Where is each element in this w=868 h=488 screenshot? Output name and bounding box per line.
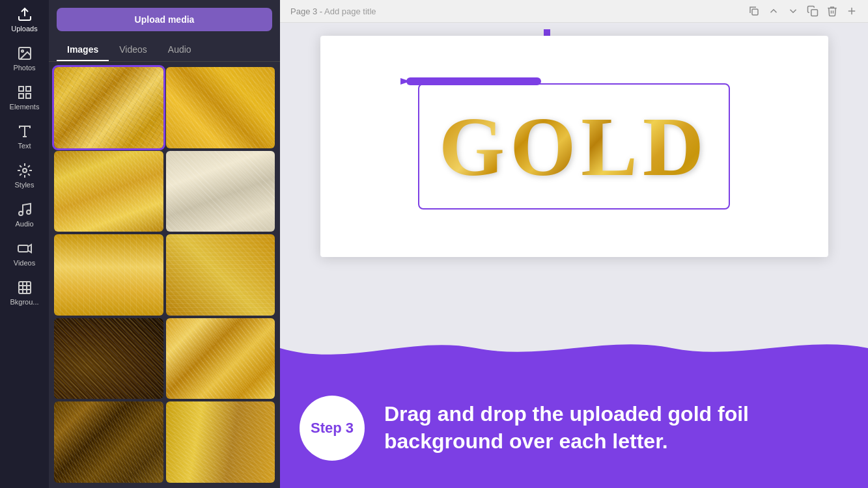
sidebar-item-elements-label: Elements	[10, 103, 40, 111]
sidebar-item-photos-label: Photos	[13, 64, 35, 72]
gold-image-8[interactable]	[166, 318, 275, 400]
tab-images[interactable]: Images	[57, 39, 109, 61]
page-title: Page 3 - Add page title	[290, 7, 376, 16]
gold-image-7[interactable]	[54, 318, 163, 400]
page-separator: -	[320, 7, 322, 16]
move-up-icon[interactable]	[768, 5, 779, 17]
sidebar: Uploads Photos Elements Text Styles	[0, 0, 49, 488]
page-actions	[748, 5, 858, 17]
sidebar-item-audio[interactable]: Audio	[0, 195, 49, 234]
instruction-line1: Drag and drop the uploaded gold foil	[384, 402, 749, 426]
gold-image-9[interactable]	[54, 401, 163, 483]
gold-image-3[interactable]	[54, 151, 163, 232]
gold-image-2[interactable]	[166, 67, 275, 148]
sidebar-item-uploads-label: Uploads	[11, 25, 37, 33]
step-label: Step 3	[311, 420, 354, 437]
instruction-line2: background over each letter.	[384, 429, 668, 453]
svg-point-9	[23, 169, 27, 172]
upload-icon	[17, 7, 33, 22]
duplicate-page-icon[interactable]	[748, 5, 760, 17]
sidebar-item-text-label: Text	[18, 142, 31, 150]
page-number: Page 3	[290, 7, 317, 16]
main-content: Page 3 - Add page title	[280, 0, 868, 488]
gold-image-1[interactable]	[54, 67, 163, 148]
gold-image-4[interactable]	[166, 151, 275, 232]
page-add-title[interactable]: Add page title	[324, 7, 376, 16]
svg-rect-14	[19, 282, 31, 293]
bottom-section: Step 3 Drag and drop the uploaded gold f…	[280, 358, 868, 488]
sidebar-item-photos[interactable]: Photos	[0, 39, 49, 78]
sidebar-item-styles-label: Styles	[15, 181, 35, 189]
background-icon	[17, 280, 33, 295]
copy-icon[interactable]	[807, 5, 819, 17]
gold-image-5[interactable]	[54, 234, 163, 316]
svg-point-2	[21, 50, 23, 52]
svg-rect-5	[26, 94, 31, 98]
sidebar-item-background-label: Bkgrou...	[10, 298, 38, 306]
delete-icon[interactable]	[826, 5, 838, 17]
svg-rect-4	[26, 87, 31, 91]
canvas-page: GOLD	[320, 36, 828, 257]
sidebar-item-audio-label: Audio	[15, 220, 33, 228]
page-bar: Page 3 - Add page title	[280, 0, 868, 23]
photos-icon	[17, 46, 33, 61]
sidebar-item-background[interactable]: Bkgrou...	[0, 273, 49, 312]
styles-icon	[17, 163, 33, 178]
left-arrow-annotation	[400, 59, 544, 107]
image-grid	[49, 62, 280, 488]
svg-rect-12	[18, 245, 28, 252]
instruction-text: Drag and drop the uploaded gold foil bac…	[384, 401, 749, 455]
instruction-area: Step 3 Drag and drop the uploaded gold f…	[280, 368, 868, 488]
svg-marker-13	[28, 245, 31, 252]
step-circle: Step 3	[300, 396, 365, 461]
gold-image-10[interactable]	[166, 401, 275, 483]
wave-decoration	[280, 335, 868, 368]
text-icon	[17, 124, 33, 139]
svg-rect-20	[811, 10, 818, 16]
svg-point-11	[27, 210, 31, 214]
svg-point-10	[19, 211, 23, 215]
tab-videos[interactable]: Videos	[109, 39, 158, 61]
upload-media-button[interactable]: Upload media	[57, 8, 272, 31]
sidebar-item-styles[interactable]: Styles	[0, 156, 49, 195]
audio-icon	[17, 202, 33, 217]
tab-audio[interactable]: Audio	[158, 39, 202, 61]
svg-rect-6	[19, 94, 23, 98]
media-tabs: Images Videos Audio	[49, 39, 280, 62]
svg-rect-19	[752, 9, 758, 15]
svg-rect-3	[19, 87, 23, 91]
sidebar-item-videos-label: Videos	[14, 259, 35, 267]
sidebar-item-text[interactable]: Text	[0, 117, 49, 156]
videos-icon	[17, 241, 33, 256]
gold-text-display: GOLD	[439, 98, 709, 195]
upload-panel: Upload media Images Videos Audio	[49, 0, 280, 488]
sidebar-item-videos[interactable]: Videos	[0, 234, 49, 273]
move-down-icon[interactable]	[787, 5, 799, 17]
sidebar-item-uploads[interactable]: Uploads	[0, 0, 49, 39]
elements-icon	[17, 85, 33, 100]
sidebar-item-elements[interactable]: Elements	[0, 78, 49, 117]
gold-image-6[interactable]	[166, 234, 275, 316]
expand-icon[interactable]	[846, 5, 858, 17]
